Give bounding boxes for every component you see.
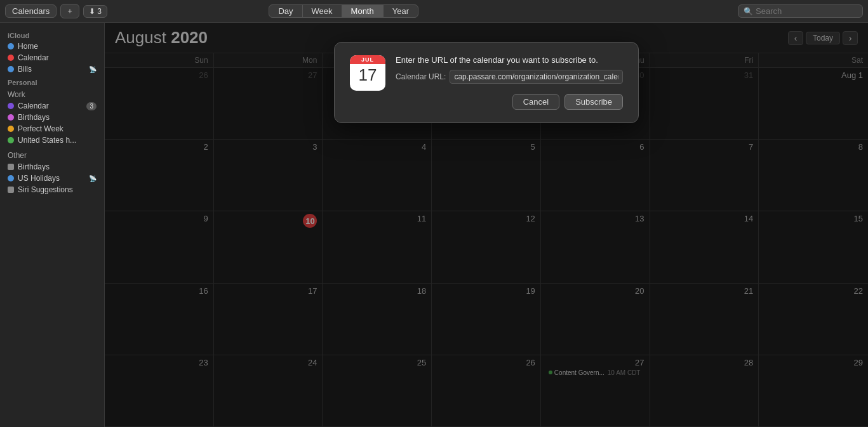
modal-title: Enter the URL of the calendar you want t…: [396, 55, 623, 65]
calendar-dot: [8, 55, 14, 61]
main-area: iCloud Home Calendar Bills 📡 Personal Wo…: [0, 23, 868, 427]
bills-dot: [8, 66, 14, 72]
birthdays-dot: [8, 114, 14, 121]
modal-url-label: Calendar URL:: [396, 72, 446, 81]
birthdays-other-dot: [8, 164, 14, 170]
subscribe-button[interactable]: Subscribe: [564, 94, 623, 110]
modal-icon-day: 17: [359, 65, 377, 85]
download-icon: ⬇: [89, 7, 95, 16]
sidebar-item-label: United States h...: [18, 136, 76, 145]
modal-url-input[interactable]: [450, 70, 623, 84]
antenna-icon: 📡: [89, 66, 97, 73]
nav-week-button[interactable]: Week: [303, 5, 342, 17]
us-holidays-dot: [8, 137, 14, 143]
modal-url-row: Calendar URL:: [396, 70, 623, 84]
modal-buttons: Cancel Subscribe: [396, 94, 623, 110]
sidebar: iCloud Home Calendar Bills 📡 Personal Wo…: [0, 23, 105, 427]
sidebar-item-birthdays-work[interactable]: Birthdays: [0, 112, 104, 123]
nav-year-button[interactable]: Year: [384, 5, 418, 17]
sidebar-item-us-holidays-other[interactable]: US Holidays 📡: [0, 173, 104, 184]
top-bar-left: Calendars ＋ ⬇ 3: [5, 4, 107, 18]
sidebar-item-siri-suggestions[interactable]: Siri Suggestions: [0, 184, 104, 195]
sidebar-item-us-holidays[interactable]: United States h...: [0, 135, 104, 146]
work-section-label: Work: [0, 88, 104, 100]
sidebar-item-work-calendar[interactable]: Calendar 3: [0, 100, 104, 112]
view-nav-group: Day Week Month Year: [269, 4, 418, 18]
other-section-label: Other: [0, 146, 104, 161]
add-calendar-button[interactable]: ＋: [60, 4, 79, 18]
sidebar-item-label: Calendar: [18, 102, 49, 110]
nav-month-button[interactable]: Month: [342, 5, 384, 17]
sidebar-item-calendar-icloud[interactable]: Calendar: [0, 52, 104, 63]
calendar-area: August 2020 ‹ Today › Sun Mon Tue Wed Th…: [105, 23, 868, 427]
sidebar-item-bills[interactable]: Bills 📡: [0, 63, 104, 75]
sidebar-item-label: US Holidays: [18, 174, 60, 183]
home-dot: [8, 43, 14, 49]
sidebar-item-label: Home: [18, 42, 38, 51]
download-button[interactable]: ⬇ 3: [83, 5, 107, 18]
cancel-button[interactable]: Cancel: [512, 94, 559, 110]
personal-section-label: Personal: [0, 75, 104, 88]
sidebar-item-label: Birthdays: [18, 162, 50, 171]
sidebar-item-label: Siri Suggestions: [18, 185, 73, 194]
sidebar-item-home[interactable]: Home: [0, 41, 104, 52]
work-calendar-dot: [8, 103, 14, 109]
search-input[interactable]: [756, 6, 857, 16]
download-count: 3: [97, 7, 102, 16]
top-bar: Calendars ＋ ⬇ 3 Day Week Month Year 🔍: [0, 0, 868, 23]
antenna-icon-2: 📡: [89, 175, 97, 182]
modal-icon-month: JUL: [350, 55, 385, 64]
calendars-button[interactable]: Calendars: [5, 4, 57, 18]
sidebar-item-label: Perfect Week: [18, 124, 63, 133]
sidebar-item-birthdays-other[interactable]: Birthdays: [0, 161, 104, 173]
sidebar-item-perfect-week[interactable]: Perfect Week: [0, 123, 104, 135]
perfect-week-dot: [8, 126, 14, 132]
search-icon: 🔍: [744, 7, 753, 16]
modal-content: Enter the URL of the calendar you want t…: [396, 55, 623, 110]
nav-day-button[interactable]: Day: [269, 5, 302, 17]
sidebar-item-label: Birthdays: [18, 113, 50, 122]
modal-overlay: JUL 17 Enter the URL of the calendar you…: [105, 23, 868, 427]
sidebar-item-label: Bills: [18, 65, 32, 74]
us-holidays-other-dot: [8, 175, 14, 181]
subscribe-modal: JUL 17 Enter the URL of the calendar you…: [334, 42, 639, 123]
modal-icon: JUL 17: [350, 55, 385, 91]
calendar-badge: 3: [86, 102, 97, 110]
siri-dot: [8, 187, 14, 193]
icloud-section-label: iCloud: [0, 28, 104, 41]
sidebar-item-label: Calendar: [18, 53, 49, 62]
search-box: 🔍: [738, 4, 863, 18]
